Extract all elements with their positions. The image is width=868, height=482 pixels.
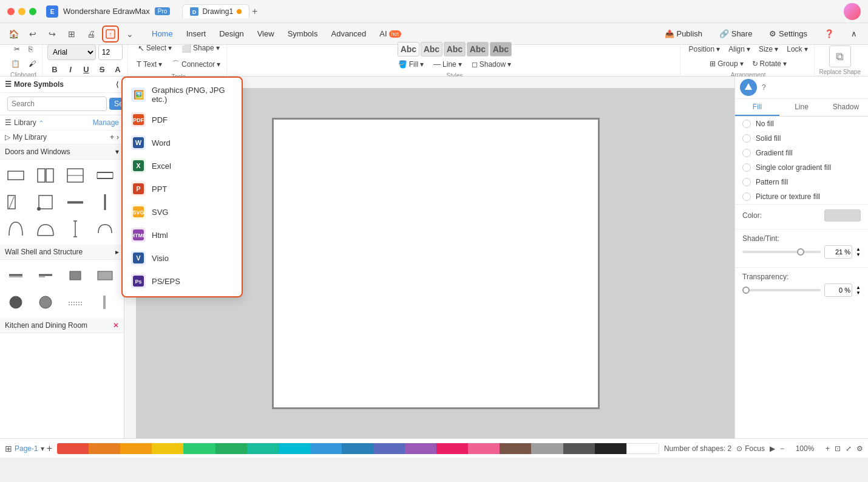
shape-arch2[interactable] (33, 217, 58, 241)
color-swatch[interactable] (824, 209, 861, 222)
page-name[interactable]: Page-1 (15, 444, 38, 453)
italic-button[interactable]: I (63, 63, 78, 77)
color-cyan[interactable] (279, 443, 310, 454)
position-button[interactable]: Position▾ (685, 42, 724, 56)
fill-option-pattern[interactable]: Pattern fill (735, 175, 868, 189)
help-button[interactable]: ❓ (818, 27, 840, 41)
drawing-tab[interactable]: D Drawing1 (182, 4, 249, 18)
export-html-item[interactable]: HTML Html (123, 223, 242, 246)
fullscreen-button[interactable]: ⤢ (846, 444, 852, 453)
font-size-input[interactable] (98, 44, 123, 60)
shape-door3[interactable] (4, 190, 28, 214)
publish-button[interactable]: 📤 Publish (659, 27, 708, 41)
fill-option-picture[interactable]: Picture or texture fill (735, 189, 868, 204)
export-excel-item[interactable]: X Excel (123, 154, 242, 177)
shape-button[interactable]: ⬜ Shape ▾ (178, 41, 223, 55)
font-color-button[interactable]: A (110, 63, 125, 77)
abc-style-3[interactable]: Abc (444, 42, 466, 56)
group-button[interactable]: ⊞ Group▾ (706, 57, 747, 70)
color-green[interactable] (215, 443, 247, 454)
color-yellow[interactable] (152, 443, 183, 454)
menu-symbols[interactable]: Symbols (282, 27, 324, 41)
section-wall-shell[interactable]: Wall Shell and Structure ▸ (0, 245, 124, 260)
section-kitchen[interactable]: Kitchen and Dining Room ✕ (0, 318, 124, 333)
abc-style-1[interactable]: Abc (398, 42, 419, 56)
minimize-button[interactable] (18, 8, 25, 15)
zoom-in-button[interactable]: + (826, 444, 830, 453)
section-doors-windows[interactable]: Doors and Windows ▾ (0, 144, 124, 160)
wall-shape-5[interactable] (4, 290, 28, 314)
kitchen-close-icon[interactable]: ✕ (113, 321, 119, 330)
format-paint-button[interactable]: 🖌 (25, 57, 39, 70)
my-library-add-icon[interactable]: + (110, 133, 114, 141)
tab-line[interactable]: Line (779, 99, 824, 116)
more-nav-icon[interactable]: ⌄ (121, 25, 138, 42)
abc-style-2[interactable]: Abc (421, 42, 442, 56)
close-button[interactable] (7, 8, 15, 15)
maximize-button[interactable] (29, 8, 36, 15)
menu-home[interactable]: Home (146, 27, 179, 41)
transparency-up-icon[interactable]: ▲ (856, 285, 861, 290)
cut-button[interactable]: ✂ (10, 42, 24, 56)
export-pdf-item[interactable]: PDF PDF (123, 108, 242, 131)
color-blue[interactable] (342, 443, 373, 454)
shade-slider-thumb[interactable] (797, 248, 804, 256)
transparency-slider-thumb[interactable] (742, 287, 750, 294)
bold-button[interactable]: B (47, 63, 62, 77)
copy-button[interactable]: ⎘ (25, 42, 36, 56)
wall-shape-4[interactable] (93, 263, 117, 288)
abc-style-4[interactable]: Abc (467, 42, 489, 56)
search-input[interactable] (7, 97, 107, 111)
paste-button[interactable]: 📋 (7, 57, 24, 70)
color-black[interactable] (595, 443, 626, 454)
color-orange[interactable] (120, 443, 152, 454)
tab-fill[interactable]: Fill (735, 99, 779, 116)
transparency-value-input[interactable] (824, 283, 852, 297)
undo-icon[interactable]: ↩ (24, 25, 41, 42)
menu-design[interactable]: Design (213, 27, 249, 41)
shape-wall1[interactable] (93, 190, 117, 214)
shape-arch3[interactable] (93, 217, 117, 241)
tab-shadow[interactable]: Shadow (824, 99, 868, 116)
shape-window2[interactable] (63, 190, 87, 214)
collapse-button[interactable]: ∧ (845, 27, 863, 41)
color-dark-gray[interactable] (563, 443, 595, 454)
view-icon[interactable]: ⊞ (63, 25, 80, 42)
print-icon[interactable]: 🖨 (83, 25, 100, 42)
color-white[interactable] (626, 443, 659, 454)
page-dropdown-icon[interactable]: ▾ (41, 444, 44, 453)
shade-up-icon[interactable]: ▲ (856, 247, 861, 252)
color-light-blue[interactable] (310, 443, 342, 454)
shadow-button[interactable]: ◻ Shadow ▾ (468, 58, 515, 71)
connector-button[interactable]: ⌒ Connector ▾ (168, 56, 224, 72)
zoom-out-button[interactable]: − (780, 444, 784, 453)
color-pink[interactable] (436, 443, 468, 454)
redo-icon[interactable]: ↪ (44, 25, 61, 42)
color-indigo[interactable] (373, 443, 405, 454)
add-tab-button[interactable]: + (252, 6, 257, 17)
export-button[interactable]: ↑ (102, 25, 119, 42)
color-red[interactable] (57, 443, 89, 454)
fill-button[interactable]: 🪣 Fill ▾ (395, 58, 427, 71)
shape-door1[interactable] (33, 163, 58, 188)
shade-value-input[interactable] (824, 245, 852, 259)
shape-rect1[interactable] (4, 163, 28, 188)
panel-collapse-button[interactable]: ⟨ (116, 80, 119, 89)
wall-shape-8[interactable] (93, 290, 117, 314)
align-button[interactable]: Align▾ (725, 42, 754, 56)
manage-label[interactable]: Manage (93, 118, 119, 127)
wall-shape-1[interactable] (4, 263, 28, 288)
fill-option-solid[interactable]: Solid fill (735, 131, 868, 146)
shape-door4[interactable] (33, 190, 58, 214)
my-library-more-icon[interactable]: › (117, 133, 119, 141)
replace-shape-icon[interactable]: ⧉ (829, 46, 851, 67)
font-selector[interactable]: Arial (47, 44, 96, 60)
shade-slider-track[interactable] (742, 251, 821, 253)
menu-view[interactable]: View (251, 27, 280, 41)
fill-option-no-fill[interactable]: No fill (735, 117, 868, 131)
home-nav-icon[interactable]: 🏠 (5, 25, 22, 42)
menu-ai[interactable]: AI hot (373, 27, 407, 41)
focus-button[interactable]: ⊙ Focus (736, 444, 765, 453)
export-ppt-item[interactable]: P PPT (123, 177, 242, 200)
wall-shape-3[interactable] (63, 263, 87, 288)
